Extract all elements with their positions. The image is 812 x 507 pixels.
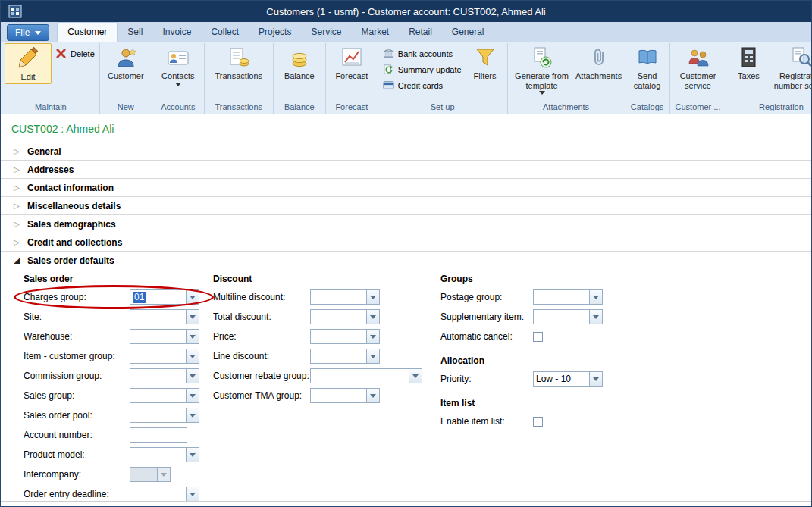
item-customer-group-combo[interactable] <box>130 349 199 364</box>
customer-tma-group-combo[interactable] <box>310 388 380 403</box>
tab-projects[interactable]: Projects <box>249 23 301 42</box>
send-catalog-button[interactable]: Send catalog <box>628 43 667 92</box>
tab-customer[interactable]: Customer <box>57 22 118 42</box>
line-discount-value[interactable] <box>310 349 366 364</box>
postage-group-combo[interactable] <box>533 289 603 305</box>
sales-group-dropdown-icon[interactable] <box>186 388 199 403</box>
filters-funnel-icon <box>474 46 497 69</box>
tab-service[interactable]: Service <box>301 23 351 42</box>
file-menu-button[interactable]: File <box>7 24 49 41</box>
section-general[interactable]: ▷ General <box>1 142 811 160</box>
priority-dropdown-icon[interactable] <box>589 371 603 387</box>
contacts-button[interactable]: Contacts <box>155 43 202 88</box>
taxes-button[interactable]: Taxes <box>729 43 768 83</box>
enable-item-list-label: Enable item list: <box>440 416 533 427</box>
supplementary-item-combo[interactable] <box>533 309 603 324</box>
order-entry-deadline-combo[interactable] <box>130 487 199 502</box>
customer-tma-group-dropdown-icon[interactable] <box>366 388 380 403</box>
edit-button[interactable]: Edit <box>5 43 52 84</box>
customer-tma-group-value[interactable] <box>310 388 366 403</box>
supplementary-item-value[interactable] <box>533 309 589 324</box>
sales-group-combo[interactable] <box>130 388 199 403</box>
commission-group-value[interactable] <box>130 368 186 383</box>
tab-sell[interactable]: Sell <box>118 23 152 42</box>
credit-cards-button[interactable]: Credit cards <box>381 78 464 92</box>
customer-rebate-group-dropdown-icon[interactable] <box>409 368 422 383</box>
warehouse-dropdown-icon[interactable] <box>186 329 199 344</box>
postage-group-dropdown-icon[interactable] <box>589 289 603 305</box>
multiline-discount-value[interactable] <box>310 289 366 305</box>
section-sales-demographics[interactable]: ▷ Sales demographics <box>1 214 811 233</box>
app-icon <box>8 5 22 18</box>
supplementary-item-dropdown-icon[interactable] <box>589 309 603 324</box>
line-discount-combo[interactable] <box>310 349 380 364</box>
customer-button[interactable]: Customer <box>102 43 149 83</box>
price-value[interactable] <box>310 329 366 344</box>
transactions-button[interactable]: Transactions <box>207 43 271 83</box>
line-discount-dropdown-icon[interactable] <box>366 349 380 364</box>
customer-service-button[interactable]: Customer service <box>675 43 722 92</box>
site-combo[interactable] <box>130 309 199 324</box>
delete-button[interactable]: Delete <box>53 46 97 61</box>
filters-button[interactable]: Filters <box>466 43 505 83</box>
warehouse-value[interactable] <box>130 329 186 344</box>
sales-order-pool-combo[interactable] <box>130 408 199 423</box>
section-sales-order-defaults[interactable]: ◢ Sales order defaults <box>1 251 811 269</box>
priority-value[interactable]: Low - 10 <box>533 371 589 387</box>
charges-group-combo[interactable]: 01 <box>130 289 199 305</box>
warehouse-combo[interactable] <box>130 329 199 344</box>
site-dropdown-icon[interactable] <box>186 309 199 324</box>
multiline-discount-combo[interactable] <box>310 289 380 305</box>
tab-market[interactable]: Market <box>351 23 399 42</box>
group-label-setup: Set up <box>381 101 505 114</box>
tab-retail[interactable]: Retail <box>399 23 442 42</box>
tab-collect[interactable]: Collect <box>201 23 249 42</box>
section-addresses[interactable]: ▷ Addresses <box>1 160 811 178</box>
collapsed-arrow-icon: ▷ <box>14 165 21 174</box>
site-value[interactable] <box>130 309 186 324</box>
total-discount-value[interactable] <box>310 309 366 324</box>
sales-group-value[interactable] <box>130 388 186 403</box>
bank-accounts-button[interactable]: Bank accounts <box>381 46 464 61</box>
automatic-cancel-checkbox[interactable] <box>533 332 543 342</box>
order-entry-deadline-value[interactable] <box>130 487 186 502</box>
commission-group-combo[interactable] <box>130 368 199 383</box>
collapsed-arrow-icon: ▷ <box>14 202 21 210</box>
attachments-button[interactable]: Attachments <box>575 43 622 83</box>
sales-order-pool-value[interactable] <box>130 408 186 423</box>
item-customer-group-dropdown-icon[interactable] <box>186 349 199 364</box>
product-model-combo[interactable] <box>130 447 199 462</box>
product-model-value[interactable] <box>130 447 186 462</box>
priority-combo[interactable]: Low - 10 <box>533 371 603 387</box>
customer-rebate-group-value[interactable] <box>310 368 409 383</box>
forecast-button[interactable]: Forecast <box>328 43 375 83</box>
section-credit-and-collections[interactable]: ▷ Credit and collections <box>1 233 811 251</box>
tab-general[interactable]: General <box>442 23 494 42</box>
multiline-discount-dropdown-icon[interactable] <box>366 289 380 305</box>
tab-invoice[interactable]: Invoice <box>152 23 201 42</box>
total-discount-dropdown-icon[interactable] <box>366 309 380 324</box>
sales-order-pool-dropdown-icon[interactable] <box>186 408 199 423</box>
total-discount-combo[interactable] <box>310 309 380 324</box>
enable-item-list-checkbox[interactable] <box>533 417 543 427</box>
generate-from-template-button[interactable]: Generate from template <box>510 43 574 96</box>
charges-group-dropdown-icon[interactable] <box>186 289 199 305</box>
product-model-dropdown-icon[interactable] <box>186 447 199 462</box>
summary-update-button[interactable]: Summary update <box>381 62 464 77</box>
price-combo[interactable] <box>310 329 380 344</box>
section-miscellaneous-details[interactable]: ▷ Miscellaneous details <box>1 196 811 214</box>
registration-number-search-button[interactable]: Registration number search <box>770 43 811 92</box>
expanded-arrow-icon: ◢ <box>14 255 21 265</box>
edit-pencil-icon <box>17 47 39 70</box>
price-dropdown-icon[interactable] <box>366 329 380 344</box>
customer-rebate-group-combo[interactable] <box>310 368 422 383</box>
charges-group-value[interactable]: 01 <box>130 289 186 305</box>
balance-button[interactable]: Balance <box>276 43 323 83</box>
order-entry-deadline-dropdown-icon[interactable] <box>186 487 199 502</box>
postage-group-value[interactable] <box>533 289 589 305</box>
item-customer-group-value[interactable] <box>130 349 186 364</box>
section-contact-information[interactable]: ▷ Contact information <box>1 178 811 196</box>
account-number-input[interactable] <box>130 427 187 443</box>
field-item-customer-group: Item - customer group: <box>24 346 213 366</box>
commission-group-dropdown-icon[interactable] <box>186 368 199 383</box>
